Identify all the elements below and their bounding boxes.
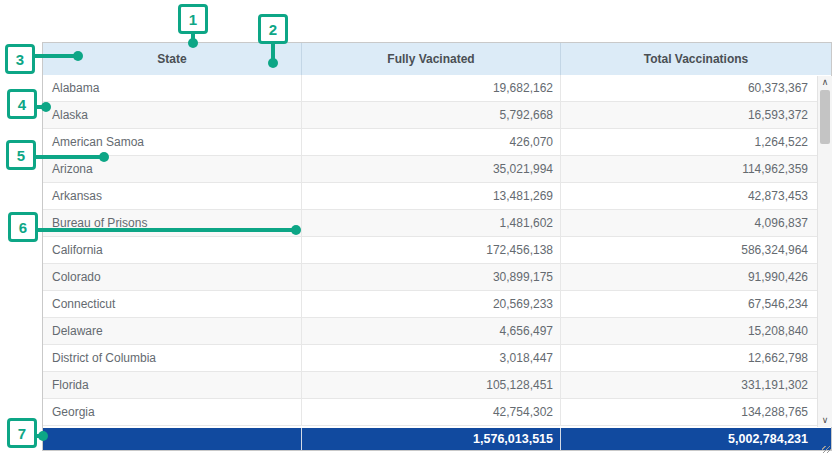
total-row-label <box>43 428 302 450</box>
column-header-total-vaccinations[interactable]: Total Vaccinations <box>561 43 831 75</box>
table-row[interactable]: Bureau of Prisons1,481,6024,096,837 <box>43 210 831 237</box>
table-row[interactable]: Florida105,128,451331,191,302 <box>43 372 831 399</box>
fully-vacinated-cell: 172,456,138 <box>302 237 561 263</box>
total-vaccinations-cell: 67,546,234 <box>561 291 831 317</box>
fully-vacinated-cell: 30,899,175 <box>302 264 561 290</box>
fully-vacinated-cell: 35,021,994 <box>302 156 561 182</box>
state-cell: Connecticut <box>43 291 302 317</box>
total-vaccinations-cell: 12,662,798 <box>561 345 831 371</box>
callout-3: 3 <box>5 44 35 74</box>
total-vaccinations-cell: 4,096,837 <box>561 210 831 236</box>
total-vaccinations-cell: 331,191,302 <box>561 372 831 398</box>
state-cell: Alabama <box>43 75 302 101</box>
callout-label: 6 <box>19 219 27 236</box>
callout-connector-dot <box>291 225 301 235</box>
callout-label: 5 <box>17 147 25 164</box>
callout-connector-line <box>38 228 296 232</box>
state-cell: California <box>43 237 302 263</box>
callout-2: 2 <box>258 14 288 44</box>
table-body: Alabama19,682,16260,373,367Alaska5,792,6… <box>43 75 831 426</box>
table-row[interactable]: Arizona35,021,994114,962,359 <box>43 156 831 183</box>
fully-vacinated-cell: 42,754,302 <box>302 399 561 425</box>
table-row[interactable]: American Samoa426,0701,264,522 <box>43 129 831 156</box>
scroll-down-icon[interactable]: ∨ <box>818 414 832 427</box>
fully-vacinated-cell: 19,682,162 <box>302 75 561 101</box>
callout-4: 4 <box>7 89 37 119</box>
callout-connector-dot <box>268 58 278 68</box>
table-row[interactable]: Colorado30,899,17591,990,426 <box>43 264 831 291</box>
table-row[interactable]: Georgia42,754,302134,288,765 <box>43 399 831 426</box>
callout-connector-dot <box>38 431 48 441</box>
state-cell: Alaska <box>43 102 302 128</box>
table-row[interactable]: California172,456,138586,324,964 <box>43 237 831 264</box>
callout-label: 3 <box>16 51 24 68</box>
state-cell: American Samoa <box>43 129 302 155</box>
callout-connector-dot <box>99 152 109 162</box>
table-row[interactable]: Arkansas13,481,26942,873,453 <box>43 183 831 210</box>
dashboard-canvas: State Fully Vacinated Total Vaccinations… <box>0 0 833 453</box>
fully-vacinated-cell: 1,481,602 <box>302 210 561 236</box>
callout-7: 7 <box>7 418 37 448</box>
total-vaccinations-cell: 60,373,367 <box>561 75 831 101</box>
total-vaccinations-cell: 586,324,964 <box>561 237 831 263</box>
fully-vacinated-cell: 5,792,668 <box>302 102 561 128</box>
table-row[interactable]: Alabama19,682,16260,373,367 <box>43 75 831 102</box>
fully-vacinated-cell: 13,481,269 <box>302 183 561 209</box>
state-cell: Colorado <box>43 264 302 290</box>
state-cell: Delaware <box>43 318 302 344</box>
resize-grip[interactable] <box>822 446 831 453</box>
callout-5: 5 <box>6 140 36 170</box>
column-header-fully-vacinated[interactable]: Fully Vacinated <box>302 43 561 75</box>
table-row[interactable]: District of Columbia3,018,44712,662,798 <box>43 345 831 372</box>
state-cell: Arkansas <box>43 183 302 209</box>
callout-label: 1 <box>189 11 197 28</box>
callout-1: 1 <box>178 4 208 34</box>
scrollbar-thumb[interactable] <box>820 90 830 144</box>
callout-connector-dot <box>188 38 198 48</box>
vertical-scrollbar[interactable]: ∧ ∨ <box>817 76 832 427</box>
state-cell: Bureau of Prisons <box>43 210 302 236</box>
callout-connector-line <box>36 155 104 159</box>
callout-label: 2 <box>269 21 277 38</box>
callout-connector-dot <box>41 102 51 112</box>
callout-connector-dot <box>73 51 83 61</box>
scroll-up-icon[interactable]: ∧ <box>818 76 832 89</box>
state-cell: District of Columbia <box>43 345 302 371</box>
fully-vacinated-cell: 3,018,447 <box>302 345 561 371</box>
fully-vacinated-cell: 426,070 <box>302 129 561 155</box>
total-vaccinations-cell: 91,990,426 <box>561 264 831 290</box>
state-cell: Arizona <box>43 156 302 182</box>
total-vaccinations-cell: 1,264,522 <box>561 129 831 155</box>
table-header-row: State Fully Vacinated Total Vaccinations <box>43 43 831 75</box>
vaccinations-table: State Fully Vacinated Total Vaccinations… <box>42 42 832 451</box>
total-vaccinations-cell: 42,873,453 <box>561 183 831 209</box>
state-cell: Florida <box>43 372 302 398</box>
callout-connector-line <box>35 54 78 58</box>
fully-vacinated-cell: 105,128,451 <box>302 372 561 398</box>
fully-vacinated-cell: 20,569,233 <box>302 291 561 317</box>
table-total-row: 1,576,013,515 5,002,784,231 <box>43 428 831 450</box>
table-row[interactable]: Alaska5,792,66816,593,372 <box>43 102 831 129</box>
total-vaccinations-cell: 114,962,359 <box>561 156 831 182</box>
total-total-vaccinations: 5,002,784,231 <box>561 428 831 450</box>
state-cell: Georgia <box>43 399 302 425</box>
total-vaccinations-cell: 15,208,840 <box>561 318 831 344</box>
callout-label: 7 <box>18 425 26 442</box>
fully-vacinated-cell: 4,656,497 <box>302 318 561 344</box>
callout-6: 6 <box>8 212 38 242</box>
table-row[interactable]: Connecticut20,569,23367,546,234 <box>43 291 831 318</box>
total-vaccinations-cell: 16,593,372 <box>561 102 831 128</box>
total-vaccinations-cell: 134,288,765 <box>561 399 831 425</box>
callout-label: 4 <box>18 96 26 113</box>
table-row[interactable]: Delaware4,656,49715,208,840 <box>43 318 831 345</box>
total-fully-vacinated: 1,576,013,515 <box>302 428 561 450</box>
